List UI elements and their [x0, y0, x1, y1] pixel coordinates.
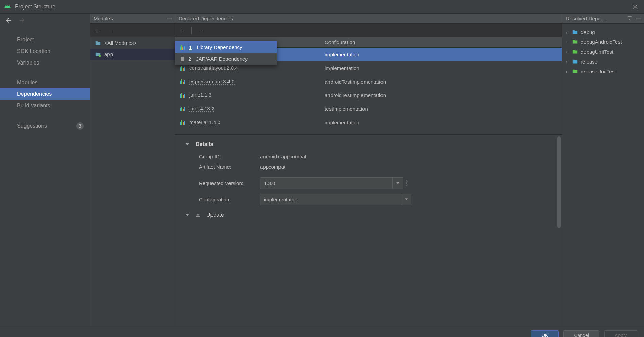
- module-label: app: [104, 51, 113, 57]
- dep-label: material:1.4.0: [189, 119, 220, 125]
- library-icon: [180, 65, 186, 71]
- nav-suggestions[interactable]: Suggestions 3: [0, 120, 90, 132]
- svg-rect-5: [180, 81, 181, 84]
- modules-title: Modules: [94, 16, 113, 21]
- resolved-header: Resolved Depe… —: [562, 14, 644, 24]
- dep-conf: androidTestImplementation: [321, 92, 562, 98]
- module-label: <All Modules>: [104, 40, 137, 46]
- declared-toolbar: ＋ －: [175, 24, 562, 37]
- dep-label: constraintlayout:2.0.4: [189, 65, 238, 71]
- tree-label: releaseUnitTest: [581, 69, 616, 74]
- dep-label: junit:4.13.2: [189, 106, 214, 112]
- android-icon: [4, 3, 11, 10]
- svg-rect-29: [181, 59, 184, 59]
- back-arrow-icon[interactable]: [5, 17, 12, 24]
- library-icon: [180, 106, 186, 111]
- remove-dependency-button[interactable]: －: [197, 26, 205, 35]
- dep-label: espresso-core:3.4.0: [189, 78, 235, 85]
- tree-item-release-unit-test[interactable]: › releaseUnitTest: [564, 67, 642, 76]
- add-dependency-popup: 1 Library Dependency 2 JAR/AAR Dependenc…: [175, 41, 277, 65]
- separator: [191, 27, 192, 34]
- details-header[interactable]: Details: [185, 141, 552, 147]
- folder-icon: [95, 41, 101, 46]
- nav-build-variants[interactable]: Build Variants: [0, 100, 90, 111]
- window-title: Project Structure: [15, 4, 55, 10]
- svg-rect-7: [183, 82, 184, 84]
- cancel-button[interactable]: Cancel: [563, 330, 599, 337]
- dep-row-junit-1[interactable]: junit:1.1.3 androidTestImplementation: [175, 88, 562, 102]
- version-label: Requested Version:: [199, 180, 260, 186]
- download-icon: [196, 213, 200, 217]
- chevron-down-icon: [401, 194, 411, 205]
- config-label: Configuration:: [199, 197, 260, 202]
- dep-col-configuration: Configuration: [321, 39, 562, 45]
- modules-panel: Modules — ＋ － <All Modules> app: [90, 14, 175, 326]
- resolved-title: Resolved Depe…: [566, 16, 606, 21]
- dep-conf: implementation: [321, 65, 562, 71]
- tree-item-release[interactable]: › release: [564, 57, 642, 67]
- filter-icon[interactable]: [627, 16, 632, 21]
- ok-button[interactable]: OK: [531, 330, 559, 337]
- footer: OK Cancel Apply: [0, 326, 644, 337]
- dep-row-junit-4[interactable]: junit:4.13.2 testImplementation: [175, 102, 562, 116]
- dep-conf: androidTestImplementation: [321, 79, 562, 85]
- modules-toolbar: ＋ －: [90, 24, 175, 37]
- resolved-panel: Resolved Depe… — › debug › debugAndroidT…: [562, 14, 644, 326]
- nav-arrows: [0, 14, 90, 27]
- svg-rect-25: [182, 47, 183, 50]
- nav-sdk-location[interactable]: SDK Location: [0, 46, 90, 57]
- module-app[interactable]: app: [90, 49, 175, 60]
- artifact-value: appcompat: [260, 164, 285, 170]
- chevron-down-icon: [185, 213, 189, 217]
- remove-module-button[interactable]: －: [106, 26, 115, 35]
- tree-item-debug[interactable]: › debug: [564, 27, 642, 37]
- resolved-tree: › debug › debugAndroidTest › debugUnitTe…: [562, 24, 644, 80]
- svg-rect-19: [183, 122, 184, 125]
- link-icon[interactable]: [406, 180, 408, 186]
- nav-modules[interactable]: Modules: [0, 77, 90, 88]
- titlebar: Project Structure: [0, 0, 644, 14]
- popup-label: JAR/AAR Dependency: [196, 56, 248, 62]
- svg-rect-15: [183, 109, 184, 111]
- nav-dependencies[interactable]: Dependencies: [0, 88, 90, 100]
- modules-header: Modules —: [90, 14, 175, 24]
- popup-library-dependency[interactable]: 1 Library Dependency: [175, 41, 277, 53]
- details-title: Details: [196, 141, 213, 147]
- update-header[interactable]: Update: [185, 212, 552, 218]
- tree-item-debug-unit-test[interactable]: › debugUnitTest: [564, 47, 642, 57]
- svg-rect-22: [406, 184, 407, 186]
- popup-shortcut: 2: [188, 56, 191, 62]
- declared-header: Declared Dependencies: [175, 14, 562, 24]
- module-all[interactable]: <All Modules>: [90, 37, 175, 49]
- svg-rect-6: [181, 79, 182, 84]
- svg-rect-13: [180, 108, 181, 111]
- tree-item-debug-android-test[interactable]: › debugAndroidTest: [564, 37, 642, 47]
- nav-project[interactable]: Project: [0, 34, 90, 46]
- nav-variables[interactable]: Variables: [0, 57, 90, 69]
- library-icon: [180, 45, 186, 50]
- popup-jar-dependency[interactable]: 2 JAR/AAR Dependency: [175, 53, 277, 65]
- dep-row-material[interactable]: material:1.4.0 implementation: [175, 116, 562, 129]
- tree-label: debug: [581, 29, 595, 35]
- svg-rect-10: [181, 93, 182, 98]
- minimize-icon[interactable]: —: [167, 16, 172, 21]
- minimize-icon[interactable]: —: [636, 16, 641, 21]
- svg-rect-11: [183, 95, 184, 98]
- details-panel: Details Group ID: androidx.appcompat Art…: [175, 134, 562, 231]
- config-combo[interactable]: implementation: [260, 194, 411, 205]
- version-combo[interactable]: 1.3.0: [260, 177, 403, 189]
- close-icon[interactable]: [630, 2, 640, 12]
- nav-spacer: [0, 111, 90, 120]
- dep-conf: implementation: [321, 120, 562, 125]
- svg-rect-4: [184, 67, 185, 71]
- scrollbar-thumb[interactable]: [557, 136, 561, 228]
- chevron-down-icon: [185, 142, 189, 146]
- chevron-right-icon: ›: [566, 39, 569, 45]
- svg-rect-26: [184, 46, 185, 50]
- chevron-right-icon: ›: [566, 49, 569, 55]
- add-module-button[interactable]: ＋: [93, 26, 101, 35]
- dep-conf: testImplementation: [321, 106, 562, 112]
- add-dependency-button[interactable]: ＋: [178, 26, 186, 35]
- dep-row-espresso[interactable]: espresso-core:3.4.0 androidTestImplement…: [175, 75, 562, 88]
- update-title: Update: [206, 212, 224, 218]
